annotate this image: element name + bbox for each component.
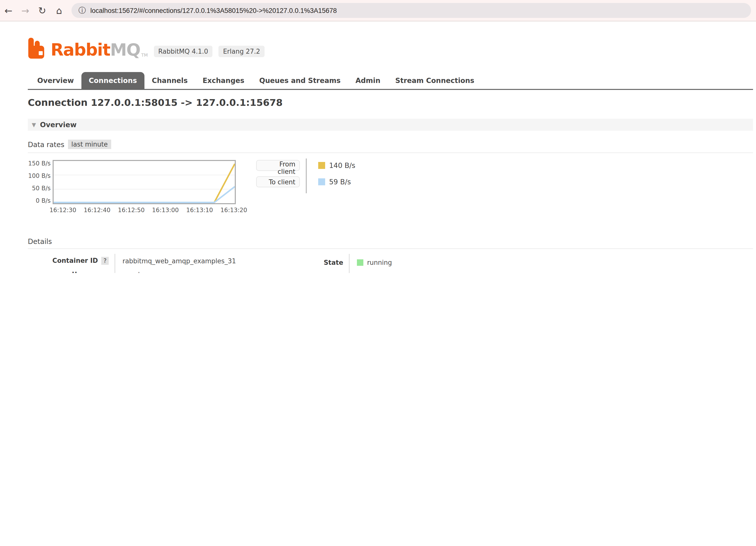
url-text: localhost:15672/#/connections/127.0.0.1%… — [90, 7, 337, 14]
details-left-table: Container ID? rabbitmq_web_amqp_examples… — [28, 254, 236, 273]
chevron-down-icon: ▼ — [32, 121, 36, 128]
logo-text-rabbit: Rabbit — [51, 40, 110, 59]
to-client-button[interactable]: To client — [256, 176, 300, 187]
site-info-icon[interactable]: ⓘ — [78, 6, 86, 15]
divider — [28, 248, 753, 249]
rate-mode-selector[interactable]: last minute — [68, 140, 111, 149]
username-label: Username — [28, 268, 115, 273]
reload-icon[interactable]: ↻ — [34, 5, 51, 16]
chart-x-axis: 16:12:3016:12:4016:12:5016:13:0016:13:10… — [53, 204, 234, 213]
from-client-button[interactable]: From client — [256, 160, 300, 171]
data-rates-row: Data rates last minute — [28, 140, 753, 149]
rabbitmq-page: RabbitMQ TM RabbitMQ 4.1.0 Erlang 27.2 O… — [0, 35, 756, 273]
logo-trademark: TM — [141, 53, 148, 58]
detail-row-heartbeat: Heartbeat 60s — [284, 271, 418, 273]
help-icon[interactable]: ? — [102, 257, 109, 265]
rabbitmq-logo[interactable]: RabbitMQ TM — [28, 37, 148, 59]
tab-exchanges[interactable]: Exchanges — [195, 72, 252, 89]
main-nav-tabs: Overview Connections Channels Exchanges … — [28, 72, 753, 90]
data-rates-label: Data rates — [28, 140, 64, 148]
state-value: running — [367, 258, 392, 266]
heartbeat-label: Heartbeat — [284, 271, 349, 273]
heartbeat-value: 60s — [349, 271, 418, 273]
overview-section-title: Overview — [40, 121, 77, 129]
chart-y-axis: 150 B/s100 B/s50 B/s0 B/s — [28, 160, 53, 204]
tab-overview[interactable]: Overview — [30, 72, 81, 89]
details-tables: Container ID? rabbitmq_web_amqp_examples… — [28, 254, 753, 273]
to-client-rate: 59 B/s — [329, 178, 351, 186]
forward-icon[interactable]: → — [17, 5, 34, 16]
details-label: Details — [28, 237, 753, 245]
tab-channels[interactable]: Channels — [144, 72, 195, 89]
address-bar[interactable]: ⓘ localhost:15672/#/connections/127.0.0.… — [71, 3, 751, 18]
screen: ← → ↻ ⌂ ⓘ localhost:15672/#/connections/… — [0, 0, 756, 273]
detail-row-state: State running — [284, 254, 418, 271]
masthead: RabbitMQ TM RabbitMQ 4.1.0 Erlang 27.2 — [28, 35, 753, 59]
tab-queues-and-streams[interactable]: Queues and Streams — [252, 72, 348, 89]
browser-toolbar: ← → ↻ ⌂ ⓘ localhost:15672/#/connections/… — [0, 0, 756, 21]
legend-row-to-client: To client 59 B/s — [256, 176, 355, 187]
chart-legend: From client 140 B/s To client 59 B/s — [256, 160, 355, 193]
state-label: State — [284, 254, 349, 271]
rabbitmq-version-badge: RabbitMQ 4.1.0 — [154, 46, 212, 57]
tab-connections[interactable]: Connections — [81, 72, 144, 89]
from-client-rate: 140 B/s — [329, 161, 355, 169]
back-icon[interactable]: ← — [0, 5, 17, 16]
rabbit-icon — [28, 37, 48, 59]
overview-section-toggle[interactable]: ▼ Overview — [28, 119, 753, 131]
username-value: guest — [115, 268, 236, 273]
logo-text-mq: MQ — [110, 40, 140, 59]
container-id-value: rabbitmq_web_amqp_examples_31 — [115, 254, 236, 268]
erlang-version-badge: Erlang 27.2 — [219, 46, 265, 57]
legend-row-from-client: From client 140 B/s — [256, 160, 355, 171]
detail-row-username: Username guest — [28, 268, 236, 273]
tab-admin[interactable]: Admin — [348, 72, 388, 89]
tab-stream-connections[interactable]: Stream Connections — [388, 72, 482, 89]
state-running-indicator — [357, 259, 364, 265]
rates-chart-plot — [53, 160, 236, 204]
from-client-swatch — [318, 162, 325, 169]
home-icon[interactable]: ⌂ — [51, 5, 68, 16]
details-right-table: State running Heartbeat 60s Frame max 42… — [284, 254, 418, 273]
detail-row-container-id: Container ID? rabbitmq_web_amqp_examples… — [28, 254, 236, 268]
to-client-swatch — [318, 178, 325, 185]
divider — [28, 152, 753, 153]
data-rates-chart: 150 B/s100 B/s50 B/s0 B/s 16:12:3016:12:… — [28, 160, 753, 214]
page-title: Connection 127.0.0.1:58015 -> 127.0.0.1:… — [28, 97, 753, 108]
container-id-label: Container ID — [52, 257, 98, 264]
